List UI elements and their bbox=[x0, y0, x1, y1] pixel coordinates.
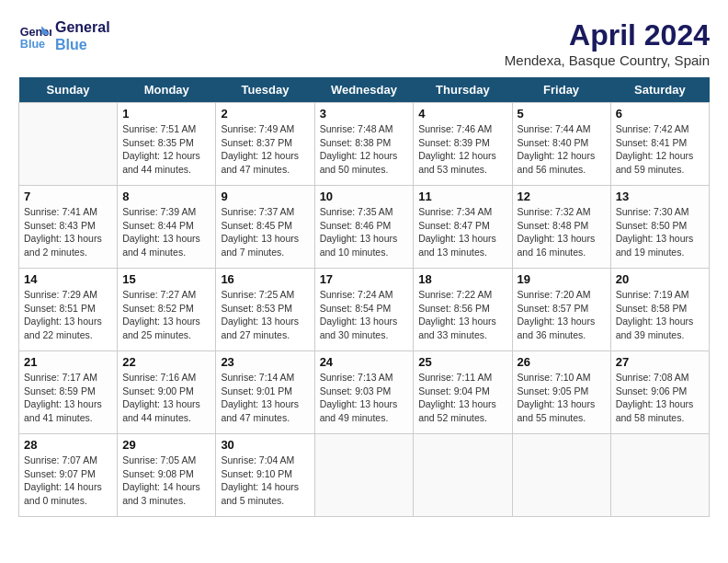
cell-info: Sunrise: 7:51 AMSunset: 8:35 PMDaylight:… bbox=[122, 122, 210, 177]
calendar-cell: 4Sunrise: 7:46 AMSunset: 8:39 PMDaylight… bbox=[414, 103, 512, 186]
week-row-5: 28Sunrise: 7:07 AMSunset: 9:07 PMDayligh… bbox=[19, 434, 710, 517]
date-number: 20 bbox=[616, 272, 704, 286]
date-number: 23 bbox=[221, 355, 309, 369]
cell-info: Sunrise: 7:16 AMSunset: 9:00 PMDaylight:… bbox=[122, 371, 210, 425]
calendar-cell: 28Sunrise: 7:07 AMSunset: 9:07 PMDayligh… bbox=[19, 434, 118, 517]
calendar-cell: 12Sunrise: 7:32 AMSunset: 8:48 PMDayligh… bbox=[512, 186, 610, 269]
date-number: 15 bbox=[122, 272, 210, 286]
date-number: 21 bbox=[24, 355, 112, 369]
date-number: 30 bbox=[221, 438, 309, 452]
date-number: 16 bbox=[221, 272, 309, 286]
cell-info: Sunrise: 7:14 AMSunset: 9:01 PMDaylight:… bbox=[221, 371, 309, 425]
calendar-cell: 30Sunrise: 7:04 AMSunset: 9:10 PMDayligh… bbox=[216, 434, 314, 517]
calendar-cell bbox=[610, 434, 709, 517]
calendar-cell: 26Sunrise: 7:10 AMSunset: 9:05 PMDayligh… bbox=[512, 351, 610, 434]
day-header-saturday: Saturday bbox=[610, 77, 709, 103]
date-number: 2 bbox=[221, 107, 309, 121]
date-number: 7 bbox=[24, 190, 112, 203]
date-number: 4 bbox=[418, 107, 506, 121]
cell-info: Sunrise: 7:19 AMSunset: 8:58 PMDaylight:… bbox=[616, 288, 704, 342]
date-number: 29 bbox=[122, 438, 210, 452]
date-number: 25 bbox=[418, 355, 506, 369]
cell-info: Sunrise: 7:29 AMSunset: 8:51 PMDaylight:… bbox=[24, 288, 112, 342]
calendar-cell: 5Sunrise: 7:44 AMSunset: 8:40 PMDaylight… bbox=[512, 103, 610, 186]
calendar-cell: 9Sunrise: 7:37 AMSunset: 8:45 PMDaylight… bbox=[216, 186, 314, 269]
cell-info: Sunrise: 7:25 AMSunset: 8:53 PMDaylight:… bbox=[221, 288, 309, 342]
calendar-cell bbox=[19, 103, 118, 186]
cell-info: Sunrise: 7:39 AMSunset: 8:44 PMDaylight:… bbox=[122, 205, 210, 259]
cell-info: Sunrise: 7:48 AMSunset: 8:38 PMDaylight:… bbox=[320, 122, 409, 177]
day-header-thursday: Thursday bbox=[414, 77, 512, 103]
week-row-4: 21Sunrise: 7:17 AMSunset: 8:59 PMDayligh… bbox=[19, 351, 710, 434]
svg-text:Blue: Blue bbox=[20, 38, 45, 51]
cell-info: Sunrise: 7:44 AMSunset: 8:40 PMDaylight:… bbox=[518, 122, 606, 177]
calendar-table: SundayMondayTuesdayWednesdayThursdayFrid… bbox=[18, 77, 710, 517]
calendar-cell bbox=[512, 434, 610, 517]
calendar-cell: 29Sunrise: 7:05 AMSunset: 9:08 PMDayligh… bbox=[118, 434, 216, 517]
cell-info: Sunrise: 7:17 AMSunset: 8:59 PMDaylight:… bbox=[24, 371, 112, 425]
date-number: 3 bbox=[320, 107, 409, 121]
calendar-cell: 10Sunrise: 7:35 AMSunset: 8:46 PMDayligh… bbox=[314, 186, 414, 269]
calendar-cell: 27Sunrise: 7:08 AMSunset: 9:06 PMDayligh… bbox=[610, 351, 709, 434]
cell-info: Sunrise: 7:32 AMSunset: 8:48 PMDaylight:… bbox=[518, 205, 606, 259]
week-row-1: 1Sunrise: 7:51 AMSunset: 8:35 PMDaylight… bbox=[19, 103, 710, 186]
calendar-cell: 23Sunrise: 7:14 AMSunset: 9:01 PMDayligh… bbox=[216, 351, 314, 434]
date-number: 28 bbox=[24, 438, 112, 452]
date-number: 6 bbox=[616, 107, 704, 121]
cell-info: Sunrise: 7:34 AMSunset: 8:47 PMDaylight:… bbox=[418, 205, 506, 259]
logo-line1: General bbox=[55, 18, 110, 36]
calendar-cell: 3Sunrise: 7:48 AMSunset: 8:38 PMDaylight… bbox=[314, 103, 414, 186]
calendar-cell: 15Sunrise: 7:27 AMSunset: 8:52 PMDayligh… bbox=[118, 269, 216, 351]
cell-info: Sunrise: 7:49 AMSunset: 8:37 PMDaylight:… bbox=[221, 122, 309, 177]
logo-icon: General Blue bbox=[18, 19, 51, 52]
logo-line2: Blue bbox=[55, 36, 110, 53]
cell-info: Sunrise: 7:37 AMSunset: 8:45 PMDaylight:… bbox=[221, 205, 309, 259]
calendar-cell: 19Sunrise: 7:20 AMSunset: 8:57 PMDayligh… bbox=[512, 269, 610, 351]
cell-info: Sunrise: 7:13 AMSunset: 9:03 PMDaylight:… bbox=[320, 371, 409, 425]
date-number: 18 bbox=[418, 272, 506, 286]
calendar-header: General Blue General Blue April 2024 Men… bbox=[18, 18, 710, 68]
logo: General Blue General Blue bbox=[18, 18, 110, 53]
date-number: 24 bbox=[320, 355, 409, 369]
calendar-cell: 13Sunrise: 7:30 AMSunset: 8:50 PMDayligh… bbox=[610, 186, 709, 269]
cell-info: Sunrise: 7:42 AMSunset: 8:41 PMDaylight:… bbox=[616, 122, 704, 177]
calendar-cell: 25Sunrise: 7:11 AMSunset: 9:04 PMDayligh… bbox=[414, 351, 512, 434]
cell-info: Sunrise: 7:05 AMSunset: 9:08 PMDaylight:… bbox=[122, 454, 210, 508]
cell-info: Sunrise: 7:41 AMSunset: 8:43 PMDaylight:… bbox=[24, 205, 112, 259]
cell-info: Sunrise: 7:30 AMSunset: 8:50 PMDaylight:… bbox=[616, 205, 704, 259]
week-row-3: 14Sunrise: 7:29 AMSunset: 8:51 PMDayligh… bbox=[19, 269, 710, 351]
calendar-cell: 18Sunrise: 7:22 AMSunset: 8:56 PMDayligh… bbox=[414, 269, 512, 351]
date-number: 5 bbox=[518, 107, 606, 121]
date-number: 9 bbox=[221, 190, 309, 203]
cell-info: Sunrise: 7:35 AMSunset: 8:46 PMDaylight:… bbox=[320, 205, 409, 259]
cell-info: Sunrise: 7:27 AMSunset: 8:52 PMDaylight:… bbox=[122, 288, 210, 342]
cell-info: Sunrise: 7:11 AMSunset: 9:04 PMDaylight:… bbox=[418, 371, 506, 425]
cell-info: Sunrise: 7:24 AMSunset: 8:54 PMDaylight:… bbox=[320, 288, 409, 342]
day-header-monday: Monday bbox=[118, 77, 216, 103]
calendar-body: 1Sunrise: 7:51 AMSunset: 8:35 PMDaylight… bbox=[19, 103, 710, 517]
calendar-header-row: SundayMondayTuesdayWednesdayThursdayFrid… bbox=[19, 77, 710, 103]
date-number: 11 bbox=[418, 190, 506, 203]
week-row-2: 7Sunrise: 7:41 AMSunset: 8:43 PMDaylight… bbox=[19, 186, 710, 269]
date-number: 27 bbox=[616, 355, 704, 369]
calendar-cell: 21Sunrise: 7:17 AMSunset: 8:59 PMDayligh… bbox=[19, 351, 118, 434]
calendar-cell: 16Sunrise: 7:25 AMSunset: 8:53 PMDayligh… bbox=[216, 269, 314, 351]
date-number: 22 bbox=[122, 355, 210, 369]
date-number: 26 bbox=[518, 355, 606, 369]
cell-info: Sunrise: 7:07 AMSunset: 9:07 PMDaylight:… bbox=[24, 454, 112, 508]
day-header-wednesday: Wednesday bbox=[314, 77, 414, 103]
calendar-cell: 24Sunrise: 7:13 AMSunset: 9:03 PMDayligh… bbox=[314, 351, 414, 434]
date-number: 13 bbox=[616, 190, 704, 203]
calendar-cell: 6Sunrise: 7:42 AMSunset: 8:41 PMDaylight… bbox=[610, 103, 709, 186]
calendar-cell bbox=[414, 434, 512, 517]
calendar-cell: 22Sunrise: 7:16 AMSunset: 9:00 PMDayligh… bbox=[118, 351, 216, 434]
calendar-cell: 1Sunrise: 7:51 AMSunset: 8:35 PMDaylight… bbox=[118, 103, 216, 186]
date-number: 1 bbox=[122, 107, 210, 121]
calendar-cell: 14Sunrise: 7:29 AMSunset: 8:51 PMDayligh… bbox=[19, 269, 118, 351]
date-number: 8 bbox=[122, 190, 210, 203]
calendar-cell: 17Sunrise: 7:24 AMSunset: 8:54 PMDayligh… bbox=[314, 269, 414, 351]
date-number: 10 bbox=[320, 190, 409, 203]
date-number: 17 bbox=[320, 272, 409, 286]
date-number: 14 bbox=[24, 272, 112, 286]
cell-info: Sunrise: 7:22 AMSunset: 8:56 PMDaylight:… bbox=[418, 288, 506, 342]
